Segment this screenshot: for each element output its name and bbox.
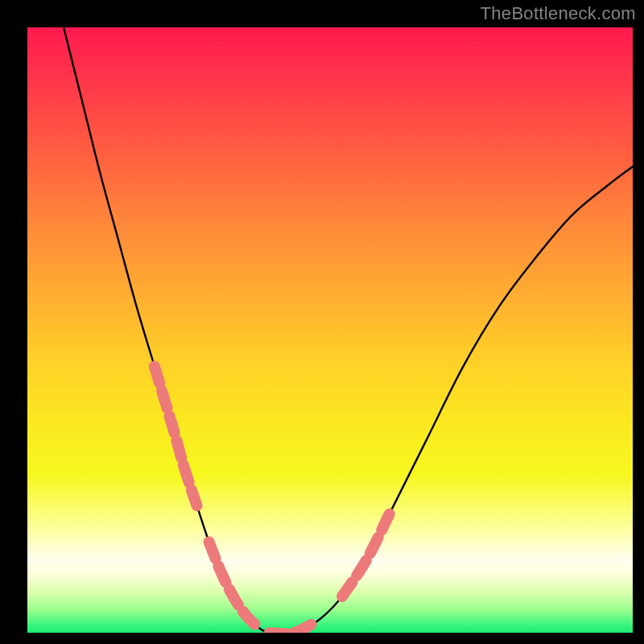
highlight-segment — [270, 621, 318, 633]
bottleneck-curve — [64, 27, 633, 633]
highlight-segments — [155, 366, 390, 633]
highlight-segment — [342, 512, 390, 597]
highlight-segment — [209, 542, 258, 626]
watermark-text: TheBottleneck.com — [481, 3, 636, 24]
chart-frame: TheBottleneck.com — [0, 0, 644, 644]
plot-area — [27, 27, 633, 633]
highlight-segment — [155, 366, 197, 506]
curve-layer — [27, 27, 633, 633]
